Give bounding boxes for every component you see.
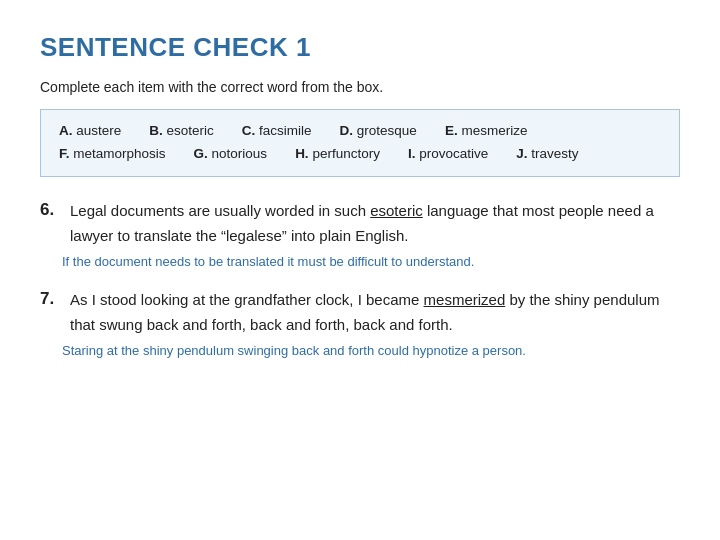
q6-answer: esoteric xyxy=(370,202,423,219)
word-b: B. esoteric xyxy=(149,120,214,143)
word-h: H. perfunctory xyxy=(295,143,380,166)
question-6: 6. Legal documents are usually worded in… xyxy=(40,199,680,272)
word-a: A. austere xyxy=(59,120,121,143)
word-f: F. metamorphosis xyxy=(59,143,166,166)
question-7-feedback: Staring at the shiny pendulum swinging b… xyxy=(62,341,680,361)
q6-text-before: Legal documents are usually worded in su… xyxy=(70,202,370,219)
word-i: I. provocative xyxy=(408,143,488,166)
question-7-number: 7. xyxy=(40,288,62,309)
question-7: 7. As I stood looking at the grandfather… xyxy=(40,288,680,361)
word-box-row2: F. metamorphosis G. notorious H. perfunc… xyxy=(59,143,661,166)
q7-text-before: As I stood looking at the grandfather cl… xyxy=(70,291,424,308)
page-container: SENTENCE CHECK 1 Complete each item with… xyxy=(0,0,720,409)
question-6-feedback: If the document needs to be translated i… xyxy=(62,252,680,272)
word-e: E. mesmerize xyxy=(445,120,528,143)
instructions: Complete each item with the correct word… xyxy=(40,79,680,95)
word-d: D. grotesque xyxy=(340,120,417,143)
word-box-row1: A. austere B. esoteric C. facsimile D. g… xyxy=(59,120,661,143)
word-j: J. travesty xyxy=(516,143,578,166)
question-6-text: Legal documents are usually worded in su… xyxy=(70,199,680,249)
word-g: G. notorious xyxy=(194,143,268,166)
question-6-number: 6. xyxy=(40,199,62,220)
word-c: C. facsimile xyxy=(242,120,312,143)
q7-answer: mesmerized xyxy=(424,291,506,308)
question-7-text: As I stood looking at the grandfather cl… xyxy=(70,288,680,338)
word-box: A. austere B. esoteric C. facsimile D. g… xyxy=(40,109,680,177)
page-title: SENTENCE CHECK 1 xyxy=(40,32,680,63)
